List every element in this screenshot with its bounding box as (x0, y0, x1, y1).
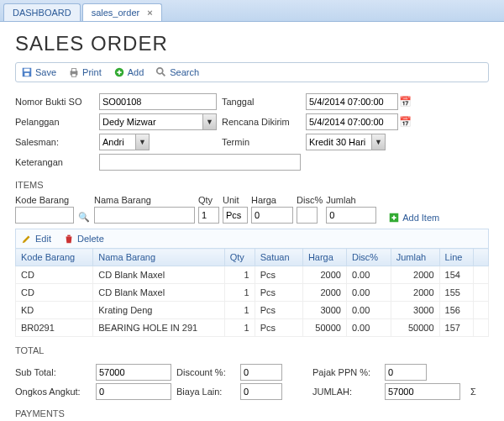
add-button[interactable]: Add (113, 66, 144, 78)
disc-input[interactable] (297, 207, 318, 224)
col-kode[interactable]: Kode Barang (16, 249, 93, 266)
col-harga[interactable]: Harga (302, 249, 346, 266)
label-disc: Disc% (297, 195, 323, 205)
jumlah-input[interactable] (326, 207, 376, 224)
label-pelanggan: Pelanggan (15, 117, 99, 127)
label-jumlah: Jumlah (326, 195, 376, 205)
nama-input[interactable] (94, 207, 195, 224)
qty-input[interactable] (198, 207, 219, 224)
jumlah-total-input[interactable] (385, 383, 460, 400)
grid-toolbar: Edit Delete (15, 229, 489, 248)
discount-input[interactable] (240, 364, 282, 381)
close-icon[interactable]: × (147, 8, 152, 18)
label-unit: Unit (223, 195, 248, 205)
unit-input[interactable] (223, 207, 248, 224)
search-icon[interactable]: 🔍 (77, 210, 91, 224)
subtotal-input[interactable] (96, 364, 171, 381)
pelanggan-select[interactable] (99, 113, 217, 130)
col-satuan[interactable]: Satuan (255, 249, 302, 266)
col-jumlah[interactable]: Jumlah (391, 249, 439, 266)
chevron-down-icon[interactable]: ▼ (202, 114, 216, 129)
label-nama: Nama Barang (94, 195, 195, 205)
tab-bar: DASHBOARD sales_order × (0, 0, 504, 22)
table-row[interactable]: BR0291BEARING HOLE IN 2911Pcs500000.0050… (16, 319, 489, 337)
item-input-row: Kode Barang 🔍 Nama Barang Qty Unit Harga… (15, 195, 489, 224)
label-harga: Harga (251, 195, 293, 205)
col-line[interactable]: Line (439, 249, 473, 266)
svg-rect-2 (24, 73, 29, 76)
label-tanggal: Tanggal (222, 97, 306, 107)
svg-rect-4 (71, 69, 76, 72)
chevron-down-icon[interactable]: ▼ (135, 134, 149, 150)
delete-button[interactable]: Delete (63, 233, 104, 245)
label-kode: Kode Barang (15, 195, 74, 205)
tanggal-input[interactable] (306, 93, 398, 110)
table-row[interactable]: CDCD Blank Maxel1Pcs20000.002000154 (16, 266, 489, 284)
ppn-input[interactable] (385, 364, 427, 381)
items-table: Kode Barang Nama Barang Qty Satuan Harga… (15, 248, 489, 337)
chevron-down-icon[interactable]: ▼ (371, 134, 385, 150)
col-qty[interactable]: Qty (224, 249, 255, 266)
search-button[interactable]: Search (155, 66, 199, 78)
tab-sales-order[interactable]: sales_order × (82, 3, 162, 21)
ongkos-input[interactable] (96, 383, 171, 400)
keterangan-input[interactable] (99, 154, 301, 171)
label-discount: Discount %: (176, 367, 235, 377)
payments-title: PAYMENTS (15, 408, 489, 418)
col-disc[interactable]: Disc% (346, 249, 391, 266)
table-row[interactable]: KDKrating Deng1Pcs30000.003000156 (16, 302, 489, 319)
tab-label: sales_order (92, 8, 139, 18)
sigma-icon[interactable]: Σ (470, 387, 476, 397)
rencana-input[interactable] (306, 113, 398, 130)
calendar-icon[interactable]: 📅 (398, 115, 412, 129)
tab-dashboard[interactable]: DASHBOARD (3, 3, 81, 21)
items-title: ITEMS (15, 180, 489, 190)
delete-icon (63, 233, 75, 245)
label-biaya: Biaya Lain: (176, 387, 235, 397)
svg-rect-5 (71, 74, 76, 77)
save-icon (21, 66, 33, 78)
label-qty: Qty (198, 195, 219, 205)
add-icon (388, 212, 400, 224)
label-keterangan: Keterangan (15, 157, 99, 167)
label-rencana: Rencana Dikirim (222, 117, 306, 127)
label-salesman: Salesman: (15, 137, 99, 147)
edit-icon (21, 233, 33, 245)
add-icon (113, 66, 125, 78)
search-icon (155, 66, 167, 78)
label-subtotal: Sub Total: (15, 367, 91, 377)
col-nama[interactable]: Nama Barang (93, 249, 224, 266)
print-button[interactable]: Print (68, 66, 102, 78)
total-title: TOTAL (15, 345, 489, 355)
svg-point-7 (157, 68, 163, 74)
save-button[interactable]: Save (21, 66, 56, 78)
biaya-input[interactable] (240, 383, 282, 400)
label-termin: Termin (222, 137, 306, 147)
label-ongkos: Ongkos Angkut: (15, 387, 91, 397)
page-title: SALES ORDER (15, 32, 489, 55)
calendar-icon[interactable]: 📅 (398, 95, 412, 108)
kode-input[interactable] (15, 207, 74, 224)
label-nomor-bukti: Nomor Bukti SO (15, 97, 99, 107)
nomor-bukti-input[interactable] (99, 93, 217, 110)
svg-rect-1 (24, 69, 30, 72)
add-item-button[interactable]: Add Item (388, 212, 439, 224)
svg-rect-9 (67, 235, 71, 237)
print-icon (68, 66, 80, 78)
edit-button[interactable]: Edit (21, 233, 51, 245)
harga-input[interactable] (251, 207, 293, 224)
table-row[interactable]: CDCD Blank Maxel1Pcs20000.002000155 (16, 284, 489, 302)
toolbar: Save Print Add Search (15, 62, 489, 82)
label-ppn: Pajak PPN %: (312, 367, 380, 377)
label-jumlah-total: JUMLAH: (312, 387, 380, 397)
